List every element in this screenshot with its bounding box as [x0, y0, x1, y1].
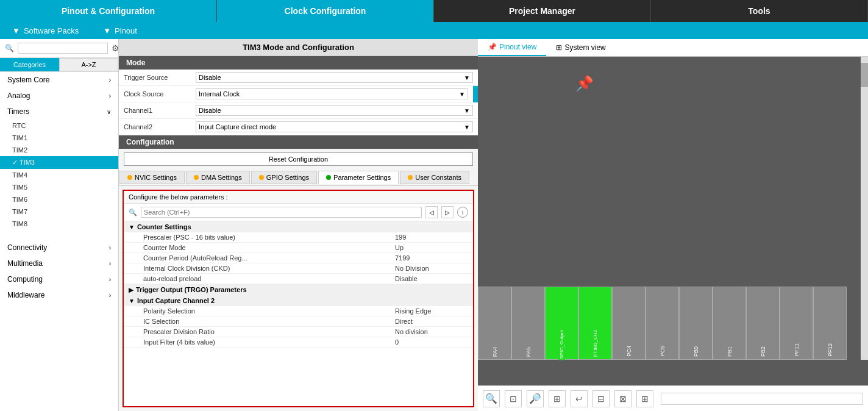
- param-group-input-capture-header[interactable]: ▼ Input Capture Channel 2: [124, 295, 473, 306]
- mode-config-area: Mode Trigger Source Disable ▼ Clock Sour…: [119, 56, 478, 135]
- sidebar-item-system-core[interactable]: System Core ›: [0, 72, 118, 88]
- tab-pinout-configuration[interactable]: Pinout & Configuration: [0, 0, 217, 22]
- sidebar-subitem-tim7[interactable]: TIM7: [0, 206, 118, 218]
- tab-clock-configuration[interactable]: Clock Configuration: [217, 0, 434, 22]
- zoom-out-button[interactable]: 🔎: [527, 390, 544, 407]
- channel2-label: Channel2: [124, 123, 191, 130]
- gpio-dot-icon: [259, 175, 264, 180]
- param-nav-prev-button[interactable]: ◁: [425, 206, 438, 218]
- param-header-text: Configure the below parameters :: [124, 191, 473, 204]
- tab-dma-settings[interactable]: DMA Settings: [186, 171, 250, 184]
- pin-cell-pb0: PB0: [679, 287, 713, 360]
- pin-cell-pc4: PC4: [612, 287, 646, 360]
- param-row: Polarity Selection Rising Edge: [124, 306, 473, 316]
- chevron-right-icon: ›: [109, 93, 111, 99]
- param-group-counter-header[interactable]: ▼ Counter Settings: [124, 221, 473, 232]
- param-dot-icon: [326, 175, 331, 180]
- tab-parameter-settings[interactable]: Parameter Settings: [318, 171, 399, 184]
- pin-cell-pa6: PA6: [545, 287, 578, 360]
- sub-navigation: ▼ Software Packs ▼ Pinout: [0, 22, 868, 39]
- settings-tabs-row: NVIC Settings DMA Settings GPIO Settings…: [119, 170, 478, 186]
- param-row: auto-reload preload Disable: [124, 274, 473, 284]
- info-icon: i: [457, 207, 468, 218]
- toggle-icon: ▼: [129, 224, 135, 231]
- trigger-source-label: Trigger Source: [124, 74, 191, 81]
- sidebar-subitem-tim1[interactable]: TIM1: [0, 132, 118, 144]
- pin-cell-pc5: PC5: [646, 287, 679, 360]
- param-group-counter: ▼ Counter Settings Prescaler (PSC - 16 b…: [124, 221, 473, 284]
- tab-system-view[interactable]: ⊞ System view: [546, 39, 615, 56]
- param-search-icon: 🔍: [129, 209, 137, 216]
- param-nav-next-button[interactable]: ▷: [441, 206, 454, 218]
- param-search-input[interactable]: [141, 207, 422, 218]
- trigger-source-select[interactable]: Disable ▼: [196, 72, 473, 83]
- sidebar-item-middleware[interactable]: Middleware ›: [0, 287, 118, 303]
- subnav-pinout[interactable]: ▼ Pinout: [91, 26, 149, 35]
- nvic-dot-icon: [127, 175, 132, 180]
- tab-az[interactable]: A->Z: [59, 58, 118, 71]
- channel1-select[interactable]: Disable ▼: [196, 105, 473, 116]
- chevron-right-icon: ›: [109, 276, 111, 283]
- param-row: Prescaler (PSC - 16 bits value) 199: [124, 232, 473, 243]
- pin-cell-pa4: PA4: [478, 287, 511, 360]
- rotate-button[interactable]: ↩: [571, 390, 588, 407]
- user-const-dot-icon: [408, 175, 413, 180]
- thumbtack-icon: 📌: [575, 75, 594, 92]
- tab-pinout-view[interactable]: 📌 Pinout view: [478, 39, 546, 56]
- tab-categories[interactable]: Categories: [0, 58, 59, 71]
- tab-project-manager[interactable]: Project Manager: [434, 0, 651, 22]
- param-group-trigger-header[interactable]: ▶ Trigger Output (TRGO) Parameters: [124, 284, 473, 295]
- tab-tools[interactable]: Tools: [651, 0, 868, 22]
- sidebar-subitem-tim8[interactable]: TIM8: [0, 218, 118, 230]
- sidebar-subitem-tim6[interactable]: TIM6: [0, 193, 118, 206]
- reset-configuration-button[interactable]: Reset Configuration: [124, 152, 473, 166]
- sidebar-subitem-tim2[interactable]: TIM2: [0, 144, 118, 156]
- view-search-input[interactable]: [661, 393, 863, 405]
- split-view-button[interactable]: ⊟: [592, 390, 610, 407]
- sidebar-subitem-tim4[interactable]: TIM4: [0, 169, 118, 181]
- channel1-label: Channel1: [124, 107, 191, 114]
- sidebar-item-analog[interactable]: Analog ›: [0, 88, 118, 104]
- dma-dot-icon: [194, 175, 199, 180]
- sidebar-subitem-rtc[interactable]: RTC: [0, 120, 118, 132]
- config-bottom: Configuration Reset Configuration NVIC S…: [119, 135, 478, 411]
- sidebar-item-connectivity[interactable]: Connectivity ›: [0, 240, 118, 256]
- param-row: Input Filter (4 bits value) 0: [124, 337, 473, 348]
- config-row-channel2: Channel2 Input Capture direct mode ▼: [119, 119, 478, 135]
- sidebar-item-computing[interactable]: Computing ›: [0, 271, 118, 287]
- chevron-down-icon: ∨: [107, 109, 111, 115]
- toggle-icon: ▶: [129, 287, 133, 293]
- fit-view-button[interactable]: ⊡: [505, 390, 522, 407]
- pin-cell-pa7: PA7: [578, 287, 612, 360]
- tab-user-constants[interactable]: User Constants: [400, 171, 469, 184]
- sidebar-search-input[interactable]: [18, 43, 108, 54]
- vertical-scrollbar[interactable]: [861, 57, 868, 360]
- subnav-software-packs[interactable]: ▼ Software Packs: [0, 26, 91, 35]
- sidebar-item-timers[interactable]: Timers ∨: [0, 104, 118, 120]
- right-panel-tabs: 📌 Pinout view ⊞ System view: [478, 39, 868, 57]
- center-panel-title: TIM3 Mode and Configuration: [119, 39, 478, 56]
- zoom-in-button[interactable]: 🔍: [483, 390, 500, 407]
- dropdown-arrow-icon: ▼: [464, 107, 470, 114]
- layers-button[interactable]: ⊞: [636, 390, 653, 407]
- sidebar-tabs: Categories A->Z: [0, 58, 118, 72]
- scrollbar-thumb[interactable]: [861, 63, 868, 87]
- search-icon: 🔍: [5, 44, 14, 52]
- settings-gear-icon[interactable]: ⚙: [112, 43, 119, 53]
- export-button[interactable]: ⊞: [549, 390, 566, 407]
- sidebar-item-multimedia[interactable]: Multimedia ›: [0, 256, 118, 271]
- sidebar-subitem-tim3[interactable]: ✓ TIM3: [0, 156, 118, 169]
- param-row: IC Selection Direct: [124, 316, 473, 327]
- tab-nvic-settings[interactable]: NVIC Settings: [119, 171, 185, 184]
- clock-source-label: Clock Source: [124, 90, 191, 98]
- chevron-right-icon: ›: [109, 245, 111, 251]
- pin-cell-pb1: PB1: [713, 287, 746, 360]
- grid-button[interactable]: ⊠: [614, 390, 631, 407]
- tab-gpio-settings[interactable]: GPIO Settings: [251, 171, 317, 184]
- clock-source-select[interactable]: Internal Clock ▼: [196, 88, 468, 99]
- pin-cell-pb2: PB2: [746, 287, 780, 360]
- sidebar-subitem-tim5[interactable]: TIM5: [0, 181, 118, 193]
- channel2-select[interactable]: Input Capture direct mode ▼: [196, 121, 473, 132]
- config-row-trigger: Trigger Source Disable ▼: [119, 70, 478, 86]
- sidebar-search-row: 🔍 ⚙: [0, 39, 118, 58]
